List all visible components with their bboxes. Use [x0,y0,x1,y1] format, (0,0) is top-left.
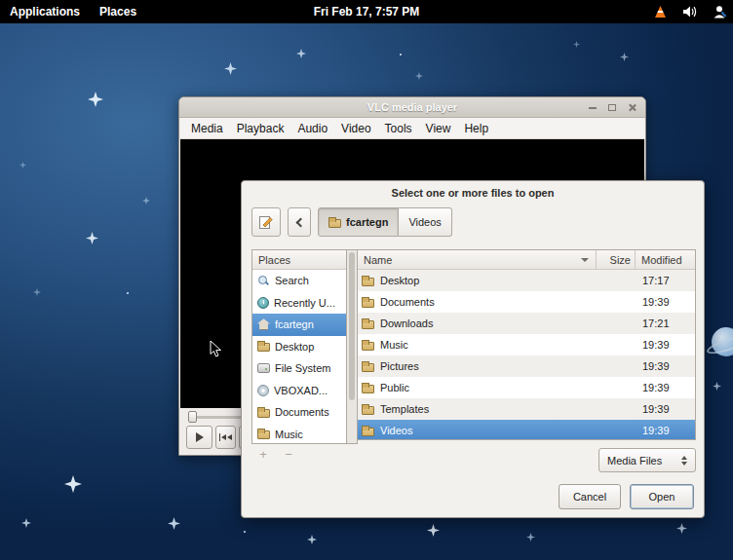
file-name-cell: Pictures [380,360,419,372]
chooser-toolbar: fcartegn Videos [251,206,452,238]
sidebar-item-search[interactable]: Search [252,270,346,292]
file-name-cell: Music [380,339,408,351]
drive-icon [257,363,270,373]
folder-icon [362,318,374,329]
star-icon [168,517,180,530]
close-icon[interactable] [628,103,637,112]
star-icon [21,518,31,528]
folder-icon [362,426,374,436]
minimize-icon[interactable] [589,107,597,109]
folder-icon [362,361,374,372]
star-icon [33,288,41,296]
menu-playback[interactable]: Playback [230,120,291,137]
places-sidebar: Places Search Recently U... fcartegn Des… [251,249,347,444]
places-menu[interactable]: Places [90,0,146,23]
file-name-cell: Public [380,382,409,393]
sidebar-item-music[interactable]: Music [252,424,346,445]
folder-icon [362,404,374,415]
star-icon [307,535,317,544]
pathbar-home-button[interactable]: fcartegn [318,207,399,237]
sidebar-item-home[interactable]: fcartegn [252,314,346,336]
play-icon [196,432,204,442]
vlc-tray-icon[interactable] [654,6,667,18]
scrollbar-thumb[interactable] [349,252,355,400]
folder-icon [362,297,374,308]
star-icon [400,54,402,56]
file-row-downloads[interactable]: Downloads 17:21 [358,313,695,334]
applications-menu[interactable]: Applications [0,0,90,23]
star-icon [573,41,580,48]
file-name-cell: Documents [380,296,435,308]
star-icon [86,232,98,244]
search-icon [257,275,270,286]
folder-icon [362,276,374,286]
menu-video[interactable]: Video [334,120,377,137]
file-name-cell: Videos [380,425,412,436]
file-row-music[interactable]: Music 19:39 [358,334,695,355]
file-type-combobox[interactable]: Media Files [598,448,696,472]
user-account-icon[interactable] [713,5,727,19]
file-type-value: Media Files [599,455,677,467]
file-row-pictures[interactable]: Pictures 19:39 [358,355,695,377]
folder-icon [362,383,374,393]
file-modified-cell: 19:39 [635,382,695,393]
remove-bookmark-button [279,447,298,462]
open-button[interactable]: Open [630,484,694,509]
back-button[interactable] [288,207,311,237]
sidebar-item-documents[interactable]: Documents [252,401,346,424]
clock[interactable]: Fri Feb 17, 7:57 PM [314,5,420,19]
star-icon [415,72,423,80]
file-row-desktop[interactable]: Desktop 17:17 [358,270,695,291]
file-modified-cell: 19:39 [635,403,695,415]
cancel-button[interactable]: Cancel [559,484,621,509]
top-panel: Applications Places Fri Feb 17, 7:57 PM [0,0,733,23]
menu-audio[interactable]: Audio [290,120,334,137]
pathbar-home-label: fcartegn [346,216,388,228]
column-header-modified[interactable]: Modified [635,250,695,269]
folder-icon [257,341,270,352]
column-header-size[interactable]: Size [596,250,635,269]
star-icon [676,523,687,534]
folder-icon [362,340,374,351]
file-row-templates[interactable]: Templates 19:39 [358,398,695,420]
star-icon [620,53,629,61]
vlc-titlebar[interactable]: VLC media player [179,97,645,118]
star-icon [88,92,103,107]
file-modified-cell: 17:17 [635,275,695,286]
previous-button[interactable] [215,426,236,449]
file-modified-cell: 19:39 [635,296,695,308]
sidebar-item-vboxadditions[interactable]: VBOXAD... [252,380,346,402]
sidebar-item-filesystem[interactable]: File System [252,357,346,380]
pathbar-videos-button[interactable]: Videos [399,207,451,237]
pencil-icon [258,214,274,230]
folder-icon [328,217,341,228]
seek-slider-handle[interactable] [188,411,197,423]
sidebar-item-desktop[interactable]: Desktop [252,336,346,358]
places-header[interactable]: Places [252,250,346,270]
menu-help[interactable]: Help [457,120,495,137]
star-icon [296,49,306,58]
clock-icon [257,297,269,309]
menu-view[interactable]: View [419,120,458,137]
chevron-left-icon [296,217,306,227]
file-modified-cell: 19:39 [635,425,695,436]
menu-tools[interactable]: Tools [378,120,419,137]
type-filename-button[interactable] [251,207,281,237]
combobox-arrows-icon [677,456,695,466]
star-icon [526,533,535,541]
file-chooser-dialog: Select one or more files to open fcarteg… [241,180,705,518]
maximize-icon[interactable] [608,104,616,111]
home-icon [257,318,270,330]
file-modified-cell: 17:21 [635,317,695,329]
file-row-videos[interactable]: Videos 19:39 [358,420,695,440]
menu-media[interactable]: Media [184,120,230,137]
star-icon [427,524,440,537]
column-header-name[interactable]: Name [358,250,596,269]
file-row-public[interactable]: Public 19:39 [358,377,695,398]
play-button[interactable] [186,426,212,449]
sidebar-item-recently-used[interactable]: Recently U... [252,292,346,315]
dialog-title: Select one or more files to open [242,187,704,199]
file-row-documents[interactable]: Documents 19:39 [358,291,695,313]
volume-icon[interactable] [682,6,697,18]
disc-icon [257,385,269,396]
